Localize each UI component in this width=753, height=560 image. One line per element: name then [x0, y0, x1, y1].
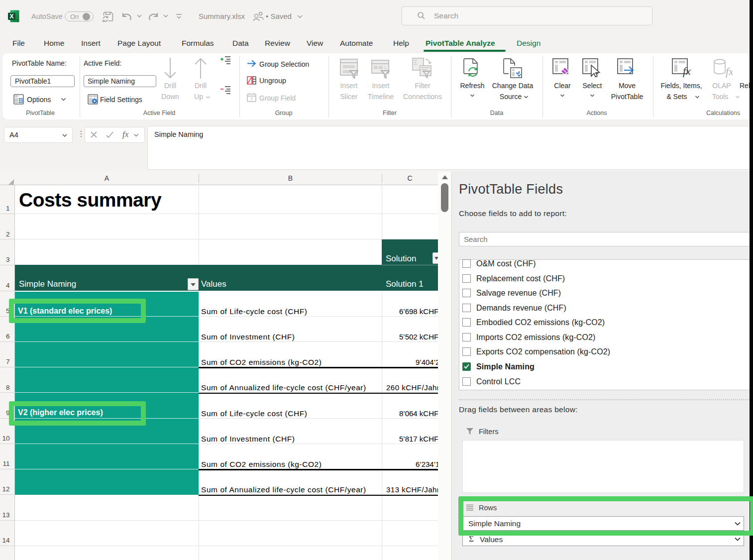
svg-text:fx: fx — [683, 65, 691, 77]
svg-text:fx: fx — [726, 65, 733, 78]
svg-text:X: X — [9, 13, 14, 20]
svg-text:7: 7 — [250, 97, 253, 102]
